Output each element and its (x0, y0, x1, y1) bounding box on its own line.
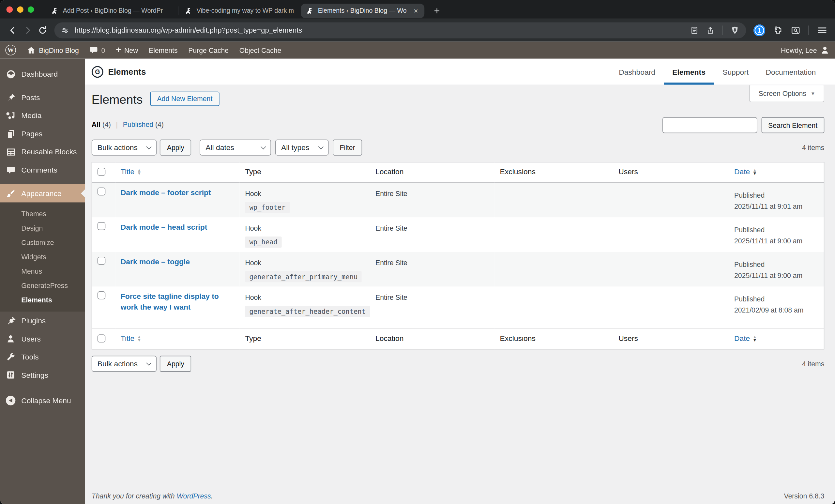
submenu-item-generatepress[interactable]: GeneratePress (0, 279, 85, 293)
sidebar-item-label: Users (21, 335, 41, 343)
submenu-item-customize[interactable]: Customize (0, 236, 85, 250)
sidebar-item-appearance[interactable]: Appearance (0, 184, 85, 203)
table-footer-row: Title▲▼ Type Location Exclusions Users D… (92, 329, 824, 349)
add-new-element-button[interactable]: Add New Element (150, 91, 219, 106)
element-title-link[interactable]: Dark mode – head script (121, 222, 207, 232)
apply-button[interactable]: Apply (160, 140, 191, 156)
comments-link[interactable]: 0 (84, 41, 110, 58)
sort-title-link[interactable]: Title▲▼ (121, 334, 141, 343)
column-date: Date (734, 167, 750, 176)
select-all-checkbox[interactable] (98, 335, 105, 342)
sidebar-item-comments[interactable]: Comments (0, 161, 85, 179)
row-checkbox[interactable] (98, 257, 105, 265)
object-cache-link[interactable]: Object Cache (234, 41, 286, 58)
column-type: Type (245, 167, 261, 176)
gp-nav-support[interactable]: Support (714, 59, 757, 85)
sidebar-item-dashboard[interactable]: Dashboard (0, 65, 85, 83)
adminbar-elements-link[interactable]: Elements (144, 41, 183, 58)
gp-elements-header: G Elements Dashboard Elements Support Do… (85, 59, 835, 85)
onepassword-icon[interactable]: 1 (753, 24, 765, 36)
browser-tab[interactable]: Add Post ‹ BigDino Blog — WordPr (46, 4, 177, 18)
reader-mode-icon[interactable] (690, 26, 699, 34)
filter-button[interactable]: Filter (333, 140, 362, 156)
wrench-icon (5, 352, 16, 361)
submenu-item-menus[interactable]: Menus (0, 264, 85, 279)
submenu-item-elements[interactable]: Elements (0, 293, 85, 307)
share-icon[interactable] (706, 26, 715, 34)
element-title-link[interactable]: Dark mode – footer script (121, 187, 211, 198)
new-content-link[interactable]: + New (110, 41, 144, 58)
view-all-link[interactable]: All (91, 120, 100, 128)
items-count: 4 items (802, 143, 824, 152)
element-date: 2021/02/09 at 8:08 am (734, 306, 803, 314)
search-tabs-icon[interactable] (791, 25, 800, 35)
menu-hamburger-icon[interactable] (817, 25, 828, 36)
search-element-button[interactable]: Search Element (761, 117, 824, 133)
sidebar-item-plugins[interactable]: Plugins (0, 311, 85, 330)
row-checkbox[interactable] (98, 291, 105, 299)
sidebar-item-users[interactable]: Users (0, 330, 85, 348)
site-name-link[interactable]: BigDino Blog (21, 41, 84, 58)
minimize-window-button[interactable] (17, 6, 23, 13)
wordpress-link[interactable]: WordPress (177, 492, 211, 500)
sidebar-item-media[interactable]: Media (0, 107, 85, 125)
plus-icon: + (116, 46, 121, 53)
forward-button[interactable] (20, 22, 35, 38)
site-settings-icon[interactable] (61, 26, 69, 34)
bulk-actions-select[interactable]: Bulk actions (91, 140, 157, 156)
dates-filter-select[interactable]: All dates (200, 140, 271, 156)
bulk-actions-select-bottom[interactable]: Bulk actions (91, 356, 157, 372)
chevron-down-icon (261, 144, 266, 149)
view-published-count: (4) (155, 120, 164, 128)
element-title-link[interactable]: Force site tagline display to work the w… (121, 291, 235, 312)
browser-tab-active[interactable]: Elements ‹ BigDino Blog — Wo × (301, 4, 424, 18)
sort-date-link[interactable]: Date▲▼ (734, 167, 757, 176)
close-window-button[interactable] (6, 6, 13, 13)
row-checkbox[interactable] (98, 187, 105, 196)
howdy-account-link[interactable]: Howdy, Lee (776, 41, 835, 58)
types-filter-select[interactable]: All types (275, 140, 328, 156)
sidebar-item-label: Reusable Blocks (21, 147, 77, 156)
sidebar-item-pages[interactable]: Pages (0, 125, 85, 143)
submenu-item-design[interactable]: Design (0, 221, 85, 236)
browser-tab[interactable]: Vibe-coding my way to WP dark m (179, 4, 301, 18)
wp-logo-menu[interactable]: W (0, 41, 21, 58)
select-all-checkbox[interactable] (98, 168, 105, 176)
submenu-item-widgets[interactable]: Widgets (0, 250, 85, 264)
comment-icon (5, 165, 16, 175)
screen-options-tab[interactable]: Screen Options ▼ (750, 85, 824, 102)
brave-shield-icon[interactable] (730, 25, 739, 35)
avatar-icon (820, 45, 830, 55)
close-tab-icon[interactable]: × (413, 6, 419, 15)
sort-date-link[interactable]: Date▲▼ (734, 334, 757, 343)
element-title-link[interactable]: Dark mode – toggle (121, 256, 190, 267)
gp-nav-elements[interactable]: Elements (664, 59, 714, 85)
sidebar-item-posts[interactable]: Posts (0, 88, 85, 107)
sidebar-item-label: Comments (21, 166, 57, 174)
address-bar[interactable]: https://blog.bigdinosaur.org/wp-admin/ed… (55, 22, 746, 38)
sort-title-link[interactable]: Title▲▼ (121, 167, 141, 176)
reload-button[interactable] (35, 22, 50, 38)
hook-badge: generate_after_header_content (245, 306, 370, 317)
collapse-menu-button[interactable]: Collapse Menu (0, 391, 85, 410)
new-label: New (124, 46, 138, 54)
sidebar-item-label: Appearance (21, 189, 61, 198)
extensions-puzzle-icon[interactable] (773, 25, 783, 35)
element-location: Entire Site (375, 222, 489, 232)
search-input[interactable] (662, 117, 757, 133)
gp-nav-dashboard[interactable]: Dashboard (610, 59, 664, 85)
row-checkbox[interactable] (98, 222, 105, 230)
sidebar-item-reusable-blocks[interactable]: Reusable Blocks (0, 143, 85, 161)
sidebar-item-tools[interactable]: Tools (0, 348, 85, 366)
sidebar-item-settings[interactable]: Settings (0, 366, 85, 384)
purge-cache-link[interactable]: Purge Cache (183, 41, 234, 58)
views-filter: All (4) | Published (4) (91, 117, 164, 128)
submenu-item-themes[interactable]: Themes (0, 206, 85, 221)
view-published-link[interactable]: Published (123, 120, 153, 128)
window-controls (6, 6, 34, 13)
gp-nav-documentation[interactable]: Documentation (757, 59, 824, 85)
new-tab-button[interactable]: + (430, 4, 444, 17)
apply-button-bottom[interactable]: Apply (160, 356, 191, 372)
back-button[interactable] (5, 22, 20, 38)
zoom-window-button[interactable] (28, 6, 34, 13)
